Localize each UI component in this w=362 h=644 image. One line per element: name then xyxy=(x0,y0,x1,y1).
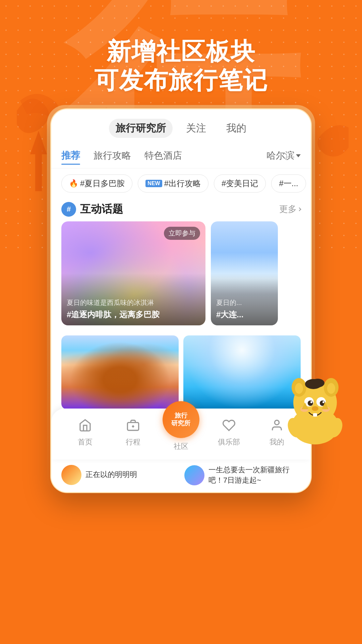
club-icon xyxy=(222,419,236,435)
hashtag-icon: # xyxy=(61,202,76,217)
main-tabs: 旅行研究所 关注 我的 xyxy=(51,109,311,143)
club-label: 俱乐部 xyxy=(218,437,240,447)
svg-point-15 xyxy=(322,401,324,403)
strip-text-1: 正在以的明明明 xyxy=(85,470,137,480)
city-dropdown-arrow xyxy=(296,154,301,157)
tab-travel-institute[interactable]: 旅行研究所 xyxy=(109,119,173,138)
community-label: 社区 xyxy=(174,441,188,451)
home-label: 首页 xyxy=(78,437,93,447)
community-center-btn[interactable]: 旅行 研究所 xyxy=(163,401,199,438)
svg-point-14 xyxy=(310,401,312,403)
tag-pills-row: 🔥 #夏日多巴胺 NEW #出行攻略 #变美日记 #一... xyxy=(51,168,311,199)
subtab-hotel[interactable]: 特色酒店 xyxy=(144,147,182,165)
more-arrow-icon xyxy=(297,207,301,211)
section-header: # 互动话题 更多 xyxy=(51,199,311,221)
home-icon xyxy=(78,419,92,435)
sub-tabs: 推荐 旅行攻略 特色酒店 哈尔滨 xyxy=(51,143,311,168)
bottom-nav: 首页 行程 xyxy=(51,409,311,460)
fire-icon: 🔥 xyxy=(69,179,78,188)
card-hashtag: #追逐内啡肽，远离多巴胺 xyxy=(67,309,200,320)
subtab-city[interactable]: 哈尔滨 xyxy=(266,147,301,165)
nav-trip[interactable]: 行程 xyxy=(109,419,157,447)
more-button[interactable]: 更多 xyxy=(279,203,301,215)
hero-line2: 可发布旅行笔记 xyxy=(0,66,362,95)
svg-point-8 xyxy=(295,383,303,394)
tab-follow[interactable]: 关注 xyxy=(179,119,213,138)
subtab-recommend[interactable]: 推荐 xyxy=(61,147,80,165)
strip-item-2[interactable]: 一生总要去一次新疆旅行吧！7日游走起~ xyxy=(184,465,301,486)
topic-card-large[interactable]: 立即参与 夏日的味道是西瓜味的冰淇淋 #追逐内啡肽，远离多巴胺 xyxy=(61,221,205,325)
avatar-1 xyxy=(61,465,81,485)
hero-line1: 新增社区板块 xyxy=(0,37,362,66)
svg-point-9 xyxy=(327,383,335,394)
center-btn-text: 旅行 研究所 xyxy=(171,412,190,427)
mascot-character xyxy=(278,366,352,446)
nav-club[interactable]: 俱乐部 xyxy=(205,419,253,447)
card-hashtag-small: #大连... xyxy=(216,309,273,320)
section-title: 互动话题 xyxy=(80,202,123,217)
card-subtitle: 夏日的味道是西瓜味的冰淇淋 xyxy=(67,298,200,307)
subtab-strategy[interactable]: 旅行攻略 xyxy=(94,147,131,165)
tag-pill-beauty[interactable]: #变美日记 xyxy=(214,174,266,193)
trip-icon xyxy=(126,419,140,435)
strip-item-1[interactable]: 正在以的明明明 xyxy=(61,465,178,485)
tag-pill-summer[interactable]: 🔥 #夏日多巴胺 xyxy=(61,174,132,193)
strip-text-2: 一生总要去一次新疆旅行吧！7日游走起~ xyxy=(208,465,301,486)
card-text-small: 夏日的... #大连... xyxy=(216,298,273,320)
tag-pill-more[interactable]: #一... xyxy=(271,174,306,193)
svg-point-16 xyxy=(312,406,318,411)
content-grid xyxy=(51,332,311,409)
card-text-large: 夏日的味道是西瓜味的冰淇淋 #追逐内啡肽，远离多巴胺 xyxy=(67,298,200,320)
topic-cards: 立即参与 夏日的味道是西瓜味的冰淇淋 #追逐内啡肽，远离多巴胺 夏日的... xyxy=(51,221,311,332)
hero-section: 新增社区板块 可发布旅行笔记 xyxy=(0,0,362,108)
trip-label: 行程 xyxy=(126,437,140,447)
topic-card-small[interactable]: 夏日的... #大连... xyxy=(211,221,278,325)
svg-point-12 xyxy=(308,400,313,406)
tag-pill-travel[interactable]: NEW #出行攻略 xyxy=(138,174,208,193)
grid-item-1[interactable] xyxy=(61,335,179,409)
svg-rect-17 xyxy=(313,413,317,417)
section-title-group: # 互动话题 xyxy=(61,202,123,217)
nav-home[interactable]: 首页 xyxy=(61,419,109,447)
svg-point-25 xyxy=(311,379,324,387)
card-join-badge: 立即参与 xyxy=(164,227,200,240)
card-subtitle-small: 夏日的... xyxy=(216,298,273,307)
tab-mine[interactable]: 我的 xyxy=(220,119,253,138)
nav-community[interactable]: 旅行 研究所 社区 xyxy=(157,415,205,451)
phone-mockup: 旅行研究所 关注 我的 推荐 旅行攻略 特色酒店 哈尔滨 xyxy=(50,108,312,493)
new-badge: NEW xyxy=(145,180,162,187)
bottom-strip: 正在以的明明明 一生总要去一次新疆旅行吧！7日游走起~ xyxy=(51,460,311,492)
avatar-2 xyxy=(184,465,204,485)
